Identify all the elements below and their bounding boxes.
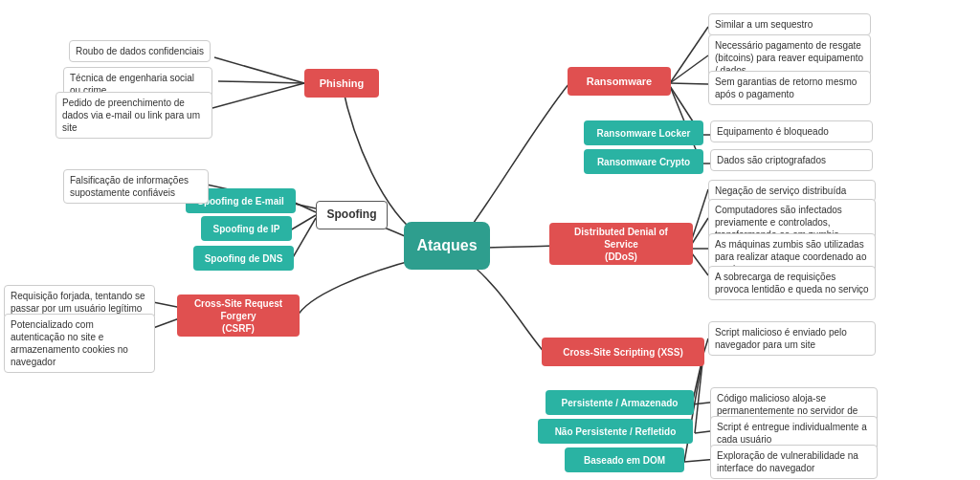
center-node: Ataques: [404, 222, 490, 270]
text-csrf-2: Potencializado com autenticação no site …: [4, 314, 155, 373]
text-phishing-3: Pedido de preenchimento de dados via e-m…: [56, 92, 212, 139]
node-ransomware: Ransomware: [568, 67, 671, 96]
svg-line-2: [212, 83, 304, 108]
node-spoofing: Spoofing: [316, 201, 388, 229]
node-xss-nao-persistente: Não Persistente / Refletido: [538, 419, 693, 444]
text-spoofing-1: Falsificação de informações supostamente…: [63, 169, 209, 204]
svg-line-19: [692, 189, 708, 239]
svg-line-12: [670, 27, 708, 83]
mindmap-canvas: Ataques Phishing Spoofing Cross-Site Req…: [0, 0, 980, 480]
node-ddos: Distributed Denial of Service(DDoS): [549, 223, 693, 265]
node-xss-persistente: Persistente / Armazenado: [546, 390, 694, 415]
text-ddos-4: A sobrecarga de requisições provoca lent…: [708, 266, 876, 300]
node-phishing: Phishing: [304, 69, 379, 98]
svg-line-5: [292, 218, 316, 259]
svg-line-22: [692, 253, 708, 275]
text-xss-1: Script malicioso é enviado pelo navegado…: [708, 321, 876, 356]
svg-line-1: [218, 81, 304, 83]
node-xss-dom: Baseado em DOM: [565, 447, 684, 472]
node-xss: Cross-Site Scripting (XSS): [542, 338, 704, 366]
text-ransomware-1: Similar a um sequestro: [708, 13, 871, 35]
text-xss-dom: Exploração de vulnerabilidade na interfa…: [710, 445, 878, 479]
svg-line-13: [670, 55, 708, 83]
text-ransomware-crypto: Dados são criptografados: [710, 149, 873, 171]
node-ransomware-crypto: Ransomware Crypto: [584, 149, 703, 174]
svg-line-3: [293, 202, 316, 212]
node-spoofing-dns: Spoofing de DNS: [193, 246, 294, 271]
node-csrf: Cross-Site Request Forgery(CSRF): [177, 295, 300, 337]
node-spoofing-ip: Spoofing de IP: [201, 216, 292, 241]
text-phishing-1: Roubo de dados confidenciais: [69, 40, 211, 62]
node-ransomware-locker: Ransomware Locker: [584, 120, 703, 145]
svg-line-14: [670, 83, 708, 84]
svg-line-4: [290, 215, 316, 230]
svg-line-0: [214, 57, 304, 83]
text-ransomware-locker: Equipamento é bloqueado: [710, 120, 873, 142]
svg-line-20: [692, 218, 708, 244]
text-ransomware-3: Sem garantias de retorno mesmo após o pa…: [708, 71, 871, 105]
